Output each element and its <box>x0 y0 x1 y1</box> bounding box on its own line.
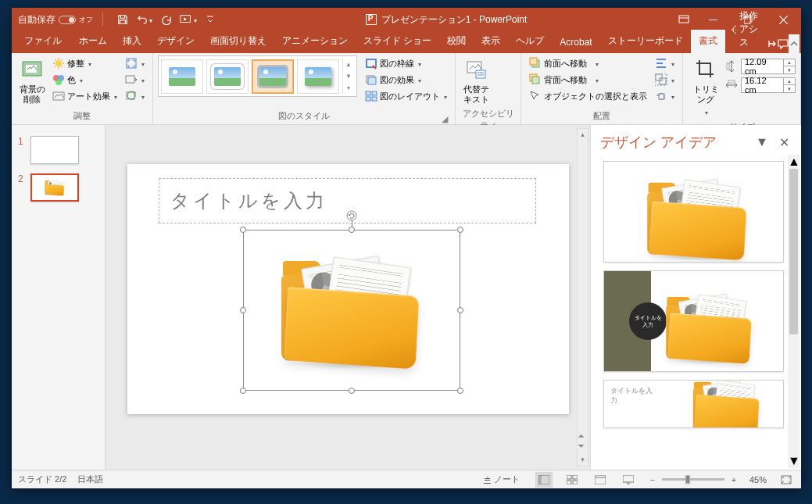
align-button[interactable] <box>652 55 678 71</box>
handle-r[interactable] <box>457 307 463 313</box>
gallery-scroll[interactable]: ▲▼▾ <box>342 59 354 94</box>
comments-button[interactable] <box>778 34 789 53</box>
picture-effects-button[interactable]: 図の効果 <box>362 72 450 88</box>
thumbnail-2[interactable]: 2 <box>12 170 105 208</box>
fit-to-window-button[interactable] <box>778 472 795 488</box>
svg-rect-14 <box>127 59 136 68</box>
remove-background-button[interactable]: 背景の 削除 <box>16 55 48 106</box>
language-indicator[interactable]: 日本語 <box>77 474 103 485</box>
slideshow-view-button[interactable] <box>620 472 637 488</box>
close-button[interactable] <box>766 9 801 30</box>
tab-acrobat[interactable]: Acrobat <box>552 32 599 53</box>
height-up[interactable]: ▲ <box>784 59 795 66</box>
style-drop-shadow[interactable] <box>297 59 339 94</box>
alt-text-button[interactable]: 代替テ キスト <box>460 55 492 106</box>
autosave-toggle[interactable]: 自動保存 オフ <box>12 13 99 27</box>
styles-launcher[interactable]: ◢ <box>441 114 449 122</box>
tab-help[interactable]: ヘルプ <box>508 30 552 53</box>
undo-button[interactable] <box>134 9 155 30</box>
handle-tr[interactable] <box>457 227 463 233</box>
design-idea-1[interactable] <box>603 161 784 263</box>
width-input[interactable]: 16.12 cm▲▼ <box>741 77 796 93</box>
tab-design[interactable]: デザイン <box>149 30 202 53</box>
pane-close-button[interactable]: ✕ <box>776 134 792 150</box>
selection-pane-button[interactable]: オブジェクトの選択と表示 <box>526 88 650 104</box>
thumbnail-1[interactable]: 1 <box>12 133 105 170</box>
zoom-out-button[interactable]: − <box>648 475 657 484</box>
slideshow-from-start-button[interactable] <box>178 9 199 30</box>
handle-tl[interactable] <box>240 227 246 233</box>
collapse-ribbon-button[interactable] <box>789 34 799 53</box>
slide-thumbnails: 1 2 <box>12 125 106 470</box>
corrections-button[interactable]: 修整 <box>49 55 120 71</box>
pane-scrollbar[interactable]: ▲▼ <box>788 155 799 468</box>
width-up[interactable]: ▲ <box>784 78 795 85</box>
change-picture-button[interactable] <box>122 72 148 88</box>
selected-image[interactable] <box>243 230 460 391</box>
slide-sorter-button[interactable] <box>563 472 581 488</box>
title-bar: 自動保存 オフ プレゼンテーション1 - PowerPoint <box>12 8 801 31</box>
bring-forward-button[interactable]: 前面へ移動 <box>526 55 650 71</box>
style-metal-frame[interactable] <box>252 59 294 94</box>
crop-button[interactable]: トリミング <box>688 55 724 120</box>
compress-pictures-button[interactable] <box>122 55 148 71</box>
tell-me-button[interactable]: 操作アシス <box>725 5 767 53</box>
pane-options-button[interactable]: ▼ <box>754 134 770 150</box>
reading-view-button[interactable] <box>592 472 609 488</box>
redo-button[interactable] <box>156 9 177 30</box>
handle-bl[interactable] <box>240 388 246 394</box>
svg-rect-20 <box>366 91 370 95</box>
handle-l[interactable] <box>240 307 246 313</box>
svg-point-12 <box>55 79 62 85</box>
color-button[interactable]: 色 <box>49 72 120 88</box>
tab-home[interactable]: ホーム <box>71 30 115 53</box>
handle-br[interactable] <box>457 388 463 394</box>
powerpoint-icon <box>366 14 377 25</box>
height-down[interactable]: ▼ <box>784 66 795 73</box>
qat-customize-button[interactable] <box>200 9 220 30</box>
picture-border-button[interactable]: 図の枠線 <box>362 55 450 71</box>
ribbon-display-options[interactable] <box>672 11 696 28</box>
height-input[interactable]: 12.09 cm▲▼ <box>741 59 796 74</box>
style-beveled-matte[interactable] <box>206 59 249 94</box>
next-slide-button[interactable]: ⏷ <box>577 441 586 450</box>
tab-animations[interactable]: アニメーション <box>274 30 356 53</box>
slide-indicator[interactable]: スライド 2/2 <box>18 474 66 485</box>
zoom-slider[interactable]: − + <box>648 475 739 484</box>
normal-view-button[interactable] <box>535 472 553 488</box>
artistic-effects-button[interactable]: アート効果 <box>49 88 120 104</box>
picture-layout-button[interactable]: 図のレイアウト <box>362 88 450 104</box>
tab-insert[interactable]: 挿入 <box>115 30 149 53</box>
handle-b[interactable] <box>349 388 355 394</box>
design-idea-2[interactable]: タイトルを 入力 <box>603 270 784 372</box>
save-button[interactable] <box>113 9 133 30</box>
zoom-track[interactable] <box>662 478 724 481</box>
tab-slideshow[interactable]: スライド ショー <box>356 30 439 53</box>
handle-t[interactable] <box>349 227 355 233</box>
canvas-scrollbar[interactable]: ▲▼ ⏶⏷ <box>577 128 588 466</box>
tab-view[interactable]: 表示 <box>474 30 508 53</box>
svg-rect-27 <box>530 58 537 65</box>
rotate-button[interactable] <box>652 88 678 104</box>
width-down[interactable]: ▼ <box>784 85 795 92</box>
group-accessibility: 代替テ キスト アクセシビリティ <box>456 53 521 124</box>
zoom-percent[interactable]: 45% <box>749 475 767 484</box>
slide-canvas[interactable]: タイトルを入力 ▲▼ <box>106 125 590 470</box>
prev-slide-button[interactable]: ⏶ <box>577 431 586 440</box>
svg-rect-19 <box>368 77 376 84</box>
zoom-in-button[interactable]: + <box>729 475 739 484</box>
tab-format[interactable]: 書式 <box>691 30 725 53</box>
tab-transitions[interactable]: 画面切り替え <box>202 30 274 53</box>
share-button[interactable] <box>767 34 778 53</box>
reset-picture-button[interactable] <box>122 88 148 104</box>
tab-review[interactable]: 校閲 <box>439 30 474 53</box>
send-backward-button[interactable]: 背面へ移動 <box>526 72 650 88</box>
notes-button[interactable]: ≐ノート <box>479 471 524 488</box>
tab-file[interactable]: ファイル <box>15 30 71 53</box>
style-simple-frame[interactable] <box>161 59 203 94</box>
svg-rect-30 <box>656 74 662 80</box>
rotate-handle[interactable] <box>346 210 357 221</box>
group-button[interactable] <box>652 72 678 88</box>
tab-storyboard[interactable]: ストーリーボード <box>600 30 691 53</box>
design-idea-3[interactable]: タイトルを入 力 <box>603 380 784 428</box>
